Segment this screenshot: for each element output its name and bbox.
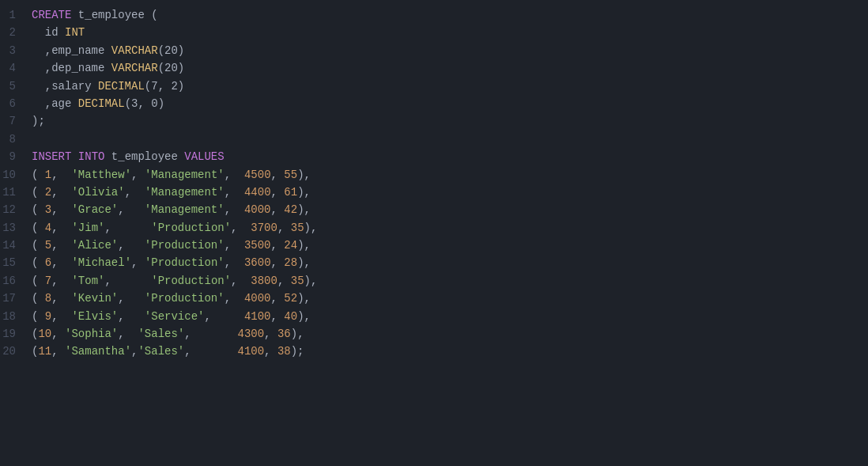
token-number: 4100 <box>237 345 264 358</box>
code-line: 1CREATE t_employee ( <box>0 6 868 24</box>
line-number: 2 <box>0 24 32 41</box>
token-string: 'Service' <box>145 310 205 323</box>
token-plain: ); <box>291 345 304 358</box>
token-plain: ,age <box>32 97 78 110</box>
line-content: CREATE t_employee ( <box>32 6 855 24</box>
token-plain: ), <box>304 222 318 234</box>
line-content: (10, 'Sophia', 'Sales', 4300, 36), <box>32 325 855 343</box>
token-number: 36 <box>277 328 291 340</box>
token-number: 28 <box>284 256 297 269</box>
token-number: 5 <box>45 239 51 252</box>
token-plain: ,salary <box>32 80 98 93</box>
token-keyword: CREATE <box>32 9 71 21</box>
token-number: 4500 <box>244 169 271 181</box>
code-line: 19(10, 'Sophia', 'Sales', 4300, 36), <box>0 325 868 343</box>
line-content: (11, 'Samantha','Sales', 4100, 38); <box>32 343 855 360</box>
token-string: 'Production' <box>145 256 225 269</box>
code-line: 18( 9, 'Elvis', 'Service', 4100, 40), <box>0 308 868 325</box>
line-content: INSERT INTO t_employee VALUES <box>32 148 855 165</box>
token-plain: (7, 2) <box>145 80 184 93</box>
line-content: ( 8, 'Kevin', 'Production', 4000, 52), <box>32 290 855 307</box>
code-line: 4 ,dep_name VARCHAR(20) <box>0 59 868 77</box>
token-plain: ( <box>32 186 45 199</box>
token-plain: t_employee <box>104 150 184 163</box>
code-line: 9INSERT INTO t_employee VALUES <box>0 148 868 165</box>
line-content: id INT <box>32 24 855 41</box>
line-number: 16 <box>0 272 32 290</box>
token-plain: , <box>118 328 138 340</box>
token-type: DECIMAL <box>98 80 145 93</box>
token-string: 'Tom' <box>71 275 104 287</box>
line-content: ( 3, 'Grace', 'Management', 4000, 42), <box>32 201 855 218</box>
line-number: 8 <box>0 131 32 148</box>
token-number: 3 <box>45 203 51 216</box>
token-plain: ,emp_name <box>32 44 111 57</box>
code-line: 11( 2, 'Olivia', 'Management', 4400, 61)… <box>0 184 868 201</box>
token-plain: , <box>118 310 145 323</box>
code-line: 8 <box>0 131 868 148</box>
line-content: ( 2, 'Olivia', 'Management', 4400, 61), <box>32 184 855 201</box>
token-plain: , <box>51 345 65 358</box>
line-content: ( 6, 'Michael', 'Production', 3600, 28), <box>32 254 855 271</box>
line-number: 14 <box>0 237 32 254</box>
line-content: ( 1, 'Matthew', 'Management', 4500, 55), <box>32 166 855 184</box>
token-plain: , <box>51 169 71 181</box>
token-number: 24 <box>284 239 297 252</box>
line-content: ( 7, 'Tom', 'Production', 3800, 35), <box>32 272 855 290</box>
token-string: 'Kevin' <box>71 292 118 305</box>
token-plain: t_employee ( <box>71 9 157 21</box>
token-plain: ), <box>297 203 311 216</box>
token-plain: , <box>264 328 277 340</box>
token-plain: , <box>184 328 237 340</box>
line-number: 5 <box>0 78 32 95</box>
token-plain: , <box>118 239 145 252</box>
line-number: 11 <box>0 184 32 201</box>
token-plain: , <box>231 222 251 234</box>
token-number: 3800 <box>251 275 277 287</box>
token-plain: ( <box>32 256 45 269</box>
token-plain: , <box>118 203 145 216</box>
token-number: 2 <box>45 186 51 199</box>
line-content: ( 9, 'Elvis', 'Service', 4100, 40), <box>32 308 855 325</box>
line-number: 7 <box>0 112 32 130</box>
token-plain: , <box>51 203 71 216</box>
token-number: 4300 <box>238 328 265 340</box>
line-content: ,dep_name VARCHAR(20) <box>32 59 855 77</box>
code-editor: 1CREATE t_employee (2 id INT3 ,emp_name … <box>0 0 868 466</box>
token-plain: , <box>131 256 145 269</box>
line-content: ( 5, 'Alice', 'Production', 3500, 24), <box>32 237 855 254</box>
token-number: 10 <box>38 328 51 340</box>
token-string: 'Production' <box>151 222 231 234</box>
line-number: 4 <box>0 59 32 77</box>
token-plain: , <box>277 222 291 234</box>
token-plain: (3, 0) <box>125 97 164 110</box>
token-plain: ), <box>297 169 311 181</box>
token-string: 'Production' <box>145 239 225 252</box>
token-plain: (20) <box>158 62 185 74</box>
token-plain: (20) <box>158 44 185 57</box>
token-string: 'Olivia' <box>71 186 124 199</box>
line-number: 3 <box>0 42 32 59</box>
token-number: 35 <box>291 275 304 287</box>
token-plain: , <box>271 203 285 216</box>
line-content: ,emp_name VARCHAR(20) <box>32 42 855 59</box>
token-plain: id <box>32 26 65 39</box>
token-plain: ( <box>32 239 45 252</box>
token-number: 35 <box>291 222 304 234</box>
token-plain: , <box>51 328 65 340</box>
token-plain: ), <box>297 256 311 269</box>
token-plain: ( <box>32 310 45 323</box>
token-plain: , <box>204 310 243 323</box>
token-number: 4 <box>45 222 51 234</box>
token-plain: , <box>184 345 237 358</box>
token-plain: , <box>131 169 145 181</box>
code-line: 20(11, 'Samantha','Sales', 4100, 38); <box>0 343 868 360</box>
token-string: 'Sophia' <box>65 328 118 340</box>
code-line: 16( 7, 'Tom', 'Production', 3800, 35), <box>0 272 868 290</box>
token-plain: , <box>264 345 277 358</box>
token-string: 'Elvis' <box>71 310 118 323</box>
token-plain: , <box>51 239 71 252</box>
token-plain: , <box>118 292 145 305</box>
token-plain: ( <box>32 275 45 287</box>
token-plain <box>71 150 77 163</box>
